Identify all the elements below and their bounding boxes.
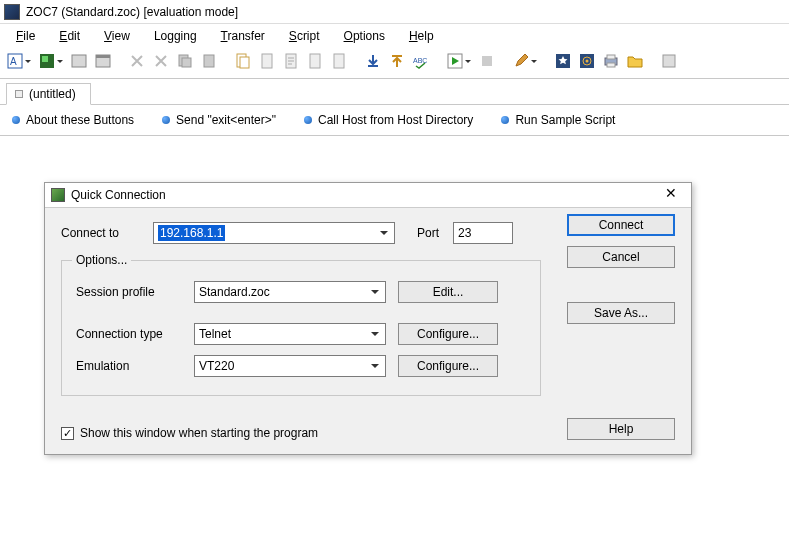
menu-options[interactable]: Options <box>332 26 397 46</box>
link-label: About these Buttons <box>26 113 134 127</box>
tb-sep <box>352 50 360 72</box>
tb-doc4-icon[interactable] <box>304 50 326 72</box>
tb-stop-icon[interactable] <box>476 50 498 72</box>
tb-sep <box>648 50 656 72</box>
menu-transfer[interactable]: Transfer <box>209 26 277 46</box>
connect-button[interactable]: Connect <box>567 214 675 236</box>
bullet-icon <box>304 116 312 124</box>
tb-star-icon[interactable] <box>552 50 574 72</box>
tb-palette-icon[interactable] <box>36 50 58 72</box>
tb-doc5-icon[interactable] <box>328 50 350 72</box>
connect-to-combo[interactable]: 192.168.1.1 <box>153 222 395 244</box>
tb-upload-icon[interactable] <box>386 50 408 72</box>
dialog-icon <box>51 188 65 202</box>
show-on-start-checkbox[interactable]: ✓ <box>61 427 74 440</box>
tb-cut-icon[interactable] <box>126 50 148 72</box>
linkrow: About these Buttons Send "exit<enter>" C… <box>0 105 789 136</box>
menu-help[interactable]: Help <box>397 26 446 46</box>
tb-paste-icon[interactable] <box>198 50 220 72</box>
port-label: Port <box>417 226 439 240</box>
tb-font-icon[interactable]: A <box>4 50 26 72</box>
session-profile-row: Session profile Standard.zoc Edit... <box>76 281 526 303</box>
emulation-row: Emulation VT220 Configure... <box>76 355 526 377</box>
tb-doc3-icon[interactable] <box>280 50 302 72</box>
button-label: Configure... <box>417 359 479 373</box>
link-call-host[interactable]: Call Host from Host Directory <box>304 113 473 127</box>
window-title: ZOC7 (Standard.zoc) [evaluation mode] <box>26 5 785 19</box>
configure-connection-button[interactable]: Configure... <box>398 323 498 345</box>
port-input[interactable]: 23 <box>453 222 513 244</box>
menu-edit[interactable]: Edit <box>47 26 92 46</box>
tab-status-icon <box>15 90 23 98</box>
tb-sep <box>116 50 124 72</box>
link-label: Run Sample Script <box>515 113 615 127</box>
tb-window2-icon[interactable] <box>92 50 114 72</box>
tb-copy-icon[interactable] <box>174 50 196 72</box>
tb-doc2-icon[interactable] <box>256 50 278 72</box>
tb-target-icon[interactable] <box>576 50 598 72</box>
link-send-exit[interactable]: Send "exit<enter>" <box>162 113 276 127</box>
button-label: Connect <box>599 218 644 232</box>
session-profile-combo[interactable]: Standard.zoc <box>194 281 386 303</box>
session-profile-label: Session profile <box>76 285 194 299</box>
connection-type-row: Connection type Telnet Configure... <box>76 323 526 345</box>
bullet-icon <box>162 116 170 124</box>
cancel-button[interactable]: Cancel <box>567 246 675 268</box>
menu-logging[interactable]: Logging <box>142 26 209 46</box>
tb-play-icon[interactable] <box>444 50 466 72</box>
svg-rect-9 <box>204 55 214 67</box>
button-label: Help <box>609 422 634 436</box>
tb-sep <box>434 50 442 72</box>
tb-doc1-icon[interactable] <box>232 50 254 72</box>
close-icon[interactable]: ✕ <box>657 186 685 204</box>
edit-button[interactable]: Edit... <box>398 281 498 303</box>
link-about[interactable]: About these Buttons <box>12 113 134 127</box>
menu-view[interactable]: View <box>92 26 142 46</box>
options-group-label: Options... <box>72 253 131 267</box>
tb-spellcheck-icon[interactable]: ABC <box>410 50 432 72</box>
link-label: Send "exit<enter>" <box>176 113 276 127</box>
emulation-combo[interactable]: VT220 <box>194 355 386 377</box>
svg-rect-26 <box>607 55 615 59</box>
tb-edit-icon[interactable] <box>510 50 532 72</box>
tb-sep <box>542 50 550 72</box>
button-label: Cancel <box>602 250 639 264</box>
button-label: Configure... <box>417 327 479 341</box>
help-button[interactable]: Help <box>567 418 675 440</box>
svg-rect-20 <box>482 56 492 66</box>
quick-connection-dialog: Quick Connection ✕ Connect Cancel Save A… <box>44 182 692 455</box>
tb-misc-icon[interactable] <box>658 50 680 72</box>
svg-rect-28 <box>663 55 675 67</box>
app-icon <box>4 4 20 20</box>
svg-rect-14 <box>310 54 320 68</box>
tb-folder-icon[interactable] <box>624 50 646 72</box>
tb-printer-icon[interactable] <box>600 50 622 72</box>
dialog-titlebar[interactable]: Quick Connection ✕ <box>45 183 691 208</box>
tb-window1-icon[interactable] <box>68 50 90 72</box>
button-label: Edit... <box>433 285 464 299</box>
save-as-button[interactable]: Save As... <box>567 302 675 324</box>
link-run-sample[interactable]: Run Sample Script <box>501 113 615 127</box>
svg-rect-8 <box>182 58 191 67</box>
svg-rect-15 <box>334 54 344 68</box>
button-label: Save As... <box>594 306 648 320</box>
emulation-label: Emulation <box>76 359 194 373</box>
toolbar: A ABC <box>0 48 789 79</box>
dialog-right-column: Connect Cancel Save As... <box>567 214 675 324</box>
menubar: File Edit View Logging Transfer Script O… <box>0 24 789 48</box>
tab-label: (untitled) <box>29 87 76 101</box>
link-label: Call Host from Host Directory <box>318 113 473 127</box>
svg-text:ABC: ABC <box>413 57 427 64</box>
menu-file[interactable]: File <box>4 26 47 46</box>
configure-emulation-button[interactable]: Configure... <box>398 355 498 377</box>
bullet-icon <box>12 116 20 124</box>
dialog-title: Quick Connection <box>71 188 657 202</box>
tb-download-icon[interactable] <box>362 50 384 72</box>
connection-type-combo[interactable]: Telnet <box>194 323 386 345</box>
tb-delete-icon[interactable] <box>150 50 172 72</box>
tabstrip: (untitled) <box>0 79 789 105</box>
dialog-body: Connect Cancel Save As... Connect to 192… <box>45 208 691 454</box>
menu-script[interactable]: Script <box>277 26 332 46</box>
svg-rect-6 <box>96 55 110 58</box>
tab-untitled[interactable]: (untitled) <box>6 83 91 105</box>
